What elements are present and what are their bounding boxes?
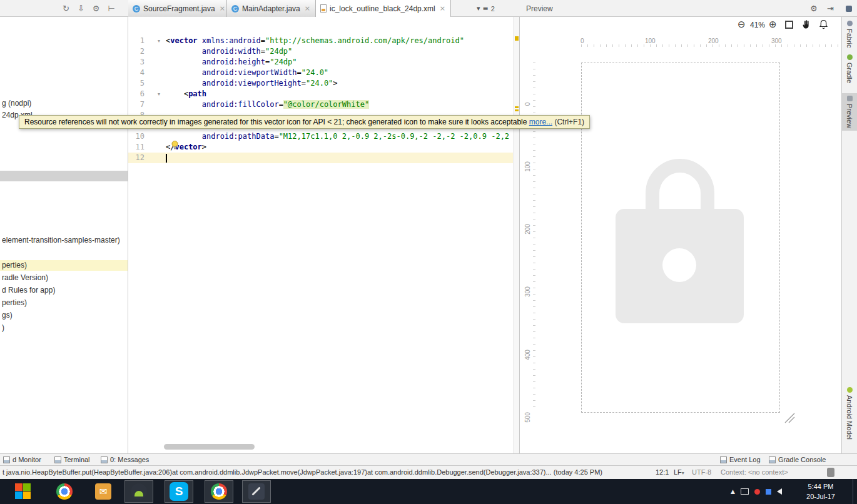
tab-close-icon[interactable]: × — [220, 4, 225, 13]
fabric-plugin-icon[interactable] — [846, 6, 852, 12]
project-tree-item[interactable]: perties) — [0, 260, 128, 271]
android-studio-icon — [131, 483, 147, 500]
gear-icon[interactable]: ⚙ — [810, 4, 818, 13]
editor-tab-bar: CSourceFragment.java×CMainAdapter.java×i… — [0, 0, 519, 17]
warning-stripe-mark[interactable] — [515, 36, 519, 41]
tab-overflow-control[interactable]: ▾ ≡ 2 — [477, 0, 495, 17]
encoding-widget[interactable]: UTF-8 — [692, 468, 711, 476]
tool-strip-icon — [847, 96, 853, 101]
taskbar-app-chrome[interactable] — [205, 480, 233, 503]
taskbar-app-chrome[interactable] — [50, 480, 79, 503]
context-widget[interactable]: Context: <no context> — [721, 468, 788, 476]
tray-display-icon[interactable] — [741, 488, 749, 495]
horizontal-scrollbar[interactable] — [164, 444, 255, 450]
clock-time: 5:44 PM — [798, 481, 843, 491]
ruler-label: 0 — [581, 38, 584, 44]
tool-strip-icon — [847, 21, 853, 26]
tool-strip-label: Android Model — [846, 395, 853, 440]
tray-expand-icon[interactable]: ▲ — [731, 488, 735, 495]
toolwindow-button[interactable]: Terminal — [53, 454, 92, 465]
project-tree-item-label: perties) — [2, 261, 27, 270]
horizontal-ruler-ticks — [581, 44, 839, 47]
tool-strip-tab-fabric[interactable]: Fabric — [842, 18, 857, 51]
start-button[interactable] — [15, 483, 32, 500]
warning-stripe-mark[interactable] — [515, 106, 519, 108]
project-tree-item[interactable]: gs) — [0, 310, 128, 321]
project-tree-item[interactable]: perties) — [0, 298, 128, 308]
warning-stripe-mark[interactable] — [515, 109, 519, 111]
taskbar-app-mail[interactable]: ✉ — [89, 480, 118, 503]
code-text: android:viewportHeight="24.0"> — [166, 78, 338, 89]
tool-strip-tab-preview[interactable]: Preview — [842, 93, 857, 131]
notifications-bell-icon[interactable] — [819, 19, 828, 30]
toolwindow-icon — [3, 456, 10, 463]
tray-volume-icon[interactable] — [777, 488, 782, 495]
line-number: 10 — [128, 131, 145, 142]
toolwindow-button[interactable]: 0: Messages — [99, 454, 151, 465]
project-tree-item[interactable]: ) — [0, 323, 128, 333]
android-robot-head — [134, 491, 143, 496]
project-tree-item[interactable]: d Rules for app) — [0, 285, 128, 296]
intention-lightbulb-icon[interactable] — [171, 140, 179, 150]
code-line: 4 android:viewportWidth="24.0" — [128, 68, 519, 78]
tooltip-more-link[interactable]: more... — [529, 118, 552, 126]
tool-strip-tab-gradle[interactable]: Gradle — [842, 52, 857, 86]
project-tree-item[interactable]: g (nodpi) — [0, 98, 128, 109]
lock-vector-preview — [615, 158, 746, 326]
zoom-level: 41% — [750, 21, 765, 29]
zoom-to-fit-button[interactable] — [785, 21, 793, 29]
line-number: 6 — [128, 89, 145, 99]
tab-close-icon[interactable]: × — [440, 4, 445, 13]
toolwindow-button[interactable]: Event Log — [718, 454, 763, 465]
tool-strip-label: Gradle — [846, 63, 853, 83]
toolwindow-button[interactable]: Gradle Console — [767, 454, 828, 465]
error-stripe[interactable] — [513, 17, 519, 453]
tab-close-icon[interactable]: × — [305, 4, 310, 13]
show-desktop-button[interactable] — [853, 479, 857, 504]
chevron-down-icon[interactable]: ▾ — [477, 4, 480, 13]
tool-strip-label: Fabric — [846, 29, 853, 48]
code-text: <vector xmlns:android="http://schemas.an… — [166, 36, 464, 46]
editor-tab[interactable]: CSourceFragment.java× — [128, 0, 227, 17]
tool-window-bar: d MonitorTerminal0: MessagesEvent LogGra… — [0, 453, 857, 465]
taskbar-app-android-studio[interactable] — [124, 480, 153, 503]
code-editor[interactable]: ▾ ▾ 1<vector xmlns:android="http://schem… — [128, 17, 519, 453]
tool-strip-icon — [847, 387, 853, 393]
toolwindow-button[interactable]: d Monitor — [1, 454, 43, 465]
pan-hand-icon[interactable] — [801, 19, 811, 29]
ruler-label: 0 — [524, 98, 531, 111]
tab-list-icon[interactable]: ≡ — [483, 4, 489, 13]
caret-position-widget[interactable]: 12:1 — [656, 468, 669, 476]
taskbar-app-design-tool[interactable] — [242, 480, 271, 503]
system-tray: ▲ — [731, 479, 782, 504]
project-tree-item-label: ) — [2, 323, 4, 332]
project-tree-item-label: gs) — [2, 311, 13, 320]
line-separator-widget[interactable]: LF▾ — [674, 468, 684, 476]
project-tree-item[interactable]: radle Version) — [0, 273, 128, 283]
tray-notification-icon[interactable] — [754, 489, 760, 495]
editor-tab[interactable]: ic_lock_outline_black_24dp.xml× — [316, 0, 451, 17]
code-line: 1<vector xmlns:android="http://schemas.a… — [128, 36, 519, 46]
taskbar-app-skype[interactable]: S — [165, 480, 193, 503]
status-bar: t java.nio.HeapByteBuffer.put(HeapByteBu… — [0, 465, 857, 479]
mail-icon: ✉ — [95, 483, 111, 500]
zoom-in-button[interactable]: ⊕ — [769, 19, 777, 30]
resize-handle[interactable] — [783, 411, 795, 423]
project-tree-item[interactable]: element-transition-samples-master) — [0, 235, 128, 246]
hector-inspector-icon[interactable] — [827, 468, 834, 477]
project-tree-panel[interactable]: g (nodpi)24dp.xmlelement-transition-samp… — [0, 17, 128, 453]
editor-tab[interactable]: CMainAdapter.java× — [227, 0, 316, 17]
project-tree-item[interactable] — [0, 171, 128, 181]
code-text: android:pathData="M12,17c1.1,0 2,-0.9 2,… — [166, 131, 519, 142]
tray-app-icon[interactable] — [766, 489, 771, 495]
hide-panel-icon[interactable]: ⇥ — [827, 4, 834, 13]
top-toolbar-row: ↻⇩⚙⊢ CSourceFragment.java×CMainAdapter.j… — [0, 0, 857, 17]
tool-strip-tab-android-model[interactable]: Android Model — [842, 385, 857, 442]
zoom-out-button[interactable]: ⊖ — [738, 19, 746, 30]
ruler-label: 200 — [524, 223, 531, 236]
windows-logo-yellow — [23, 491, 31, 499]
android-studio-window: { "palette": { "tag_color": "#000080", "… — [0, 0, 857, 504]
code-line: 6 <path — [128, 89, 519, 99]
taskbar-clock[interactable]: 5:44 PM 20-Jul-17 — [798, 481, 843, 501]
design-tool-icon — [248, 483, 265, 500]
